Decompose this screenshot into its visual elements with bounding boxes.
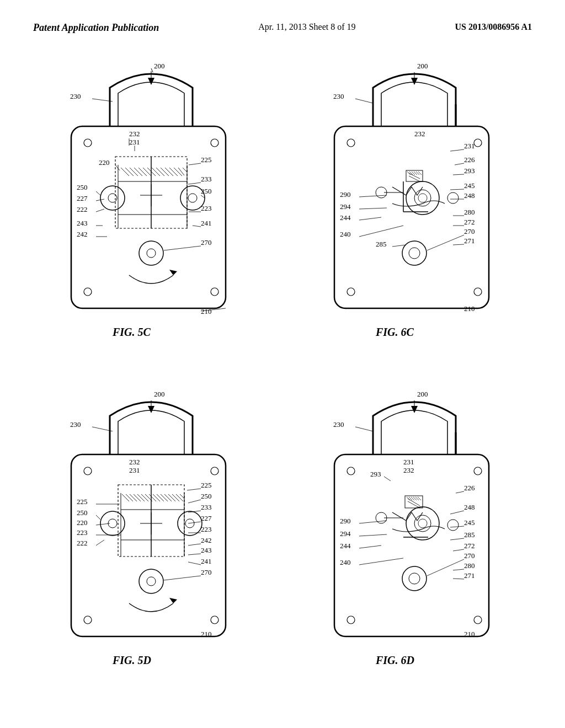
svg-line-120 (153, 494, 160, 501)
svg-line-87 (359, 226, 403, 237)
ref-248-6d: 248 (464, 503, 475, 511)
svg-marker-129 (148, 406, 154, 413)
svg-rect-54 (334, 126, 489, 308)
figure-5c: 200 230 232 231 220 225 233 250 (22, 50, 280, 373)
svg-line-42 (189, 163, 201, 165)
ref-231-5c: 231 (129, 138, 140, 146)
ref-242-5c: 242 (77, 230, 88, 238)
svg-line-174 (359, 545, 381, 548)
fig-label-6c: FIG. 6C (375, 326, 414, 338)
ref-270-5c: 270 (201, 238, 212, 247)
svg-point-157 (474, 467, 482, 475)
svg-line-122 (161, 494, 168, 501)
svg-line-52 (164, 246, 201, 250)
svg-line-85 (359, 217, 381, 220)
svg-line-81 (359, 195, 387, 197)
ref-294-6d: 294 (340, 529, 351, 538)
svg-point-5 (188, 194, 197, 202)
ref-280-6c: 280 (464, 208, 475, 216)
svg-line-177 (359, 558, 403, 565)
svg-line-119 (149, 494, 156, 501)
publication-number: US 2013/0086956 A1 (455, 22, 532, 32)
svg-marker-36 (148, 78, 154, 85)
svg-line-179 (427, 559, 464, 576)
publication-info: Apr. 11, 2013 Sheet 8 of 19 (258, 22, 355, 32)
svg-point-67 (347, 288, 355, 296)
svg-line-143 (188, 562, 201, 565)
figure-5d: 200 230 232 231 225 250 225 250 220 223 … (22, 378, 280, 701)
ref-243-5c: 243 (77, 219, 88, 227)
ref-223-5c: 223 (201, 204, 212, 212)
svg-line-32 (174, 168, 182, 176)
svg-line-91 (453, 244, 464, 245)
ref-280-6d: 280 (464, 561, 475, 570)
ref-245-6c: 245 (464, 181, 475, 190)
svg-line-79 (455, 163, 464, 165)
ref-250-5c-left: 250 (77, 183, 88, 191)
figures-grid: 200 230 232 231 220 225 233 250 (0, 39, 565, 712)
svg-line-142 (188, 554, 201, 555)
ref-290-6d: 290 (340, 517, 351, 525)
ref-244-6c: 244 (340, 213, 351, 222)
svg-point-159 (474, 616, 482, 624)
svg-line-34 (183, 168, 187, 172)
svg-point-14 (211, 139, 218, 147)
svg-line-78 (450, 149, 464, 151)
svg-line-168 (355, 427, 373, 431)
svg-point-55 (406, 181, 439, 215)
ref-231-6d: 231 (403, 458, 414, 466)
svg-line-60 (409, 176, 420, 181)
ref-220-5c: 220 (99, 158, 110, 167)
ref-293-6d: 293 (370, 470, 381, 478)
svg-point-13 (84, 139, 92, 147)
ref-225-5d-right: 225 (201, 481, 212, 489)
publication-title: Patent Application Publication (33, 22, 159, 34)
ref-272-6c: 272 (464, 218, 475, 226)
svg-line-43 (188, 183, 201, 184)
ref-270-5d: 270 (201, 568, 212, 576)
svg-line-141 (96, 540, 104, 545)
svg-line-44 (96, 191, 100, 195)
svg-point-156 (347, 467, 355, 475)
svg-line-176 (450, 538, 464, 540)
ref-241-5d: 241 (201, 557, 212, 565)
ref-243-5d: 243 (201, 546, 212, 554)
ref-248-6c: 248 (464, 191, 475, 200)
svg-point-109 (211, 467, 218, 475)
svg-line-21 (125, 168, 134, 176)
ref-210-5c: 210 (201, 307, 212, 315)
ref-227-5d: 227 (201, 514, 212, 522)
ref-240-6c: 240 (340, 230, 351, 238)
fig-label-5c: FIG. 5C (112, 326, 151, 338)
ref-230-5d: 230 (70, 420, 81, 429)
ref-230-6c: 230 (333, 92, 344, 100)
svg-line-27 (152, 168, 160, 176)
svg-line-123 (164, 494, 172, 501)
svg-line-29 (161, 168, 169, 176)
ref-210-6d: 210 (464, 630, 475, 638)
svg-line-172 (450, 511, 464, 514)
ref-200-6c: 200 (417, 62, 428, 70)
svg-line-117 (141, 494, 148, 501)
svg-point-153 (447, 520, 459, 531)
fig-label-6d: FIG. 6D (375, 654, 414, 666)
ref-210-6c: 210 (464, 304, 475, 313)
ref-270-6d: 270 (464, 552, 475, 560)
ref-272-6d: 272 (464, 542, 475, 550)
svg-point-108 (84, 467, 92, 475)
svg-line-112 (122, 494, 129, 501)
svg-point-146 (406, 507, 439, 540)
svg-line-20 (121, 168, 129, 176)
svg-line-140 (188, 544, 201, 545)
svg-marker-167 (411, 406, 418, 413)
svg-line-125 (172, 494, 179, 501)
figure-6c: 200 230 232 231 226 293 290 245 248 294 … (285, 50, 543, 373)
ref-285-6c: 285 (376, 240, 387, 248)
svg-point-63 (402, 241, 427, 265)
svg-rect-0 (71, 126, 226, 308)
svg-line-170 (456, 491, 464, 493)
svg-line-138 (188, 522, 201, 523)
svg-point-98 (139, 569, 163, 593)
ref-225-5d-left: 225 (77, 497, 88, 506)
ref-231-6c: 231 (464, 142, 475, 150)
